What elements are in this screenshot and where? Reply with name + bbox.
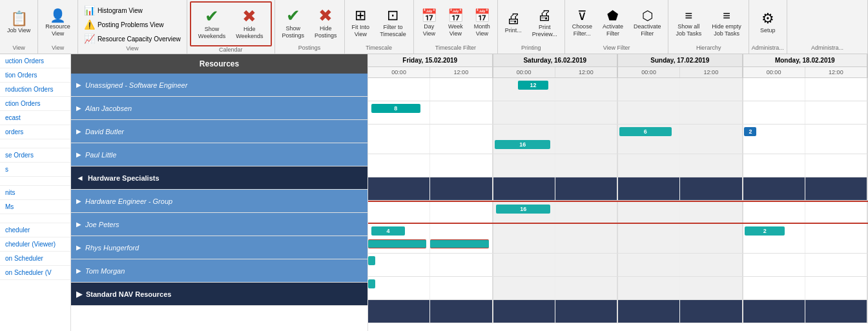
resource-row-joe-peters[interactable]: ▶ Joe Peters [71, 213, 367, 236]
sidebar-nav-item-tion-orders[interactable]: tion Orders [0, 68, 70, 83]
task-bar-unassigned-12: 12 [518, 81, 549, 90]
sidebar-nav-item-ecast[interactable]: ecast [0, 111, 70, 125]
sidebar-nav-item-ction-orders[interactable]: ction Orders [0, 97, 70, 111]
sidebar-nav-item-on-scheduler[interactable]: on Scheduler [0, 252, 70, 266]
high-resource-label: Administra... [811, 45, 843, 52]
activate-filter-button[interactable]: ⬟ ActivateFilter [598, 6, 628, 40]
print-preview-button[interactable]: 🖨 PrintPreview... [528, 6, 562, 41]
resource-row-david-butler[interactable]: ▶ David Butler [71, 120, 367, 143]
sidebar-nav-item-nits[interactable]: nits [0, 186, 70, 200]
gantt-cell-heg-mon [743, 202, 805, 223]
month-view-button[interactable]: 📅 MonthView [470, 6, 495, 40]
show-weekends-checkmark-icon: ✔ [205, 8, 219, 25]
gantt-cell-heg-mon-2 [805, 202, 868, 223]
resource-name-david-butler: David Butler [85, 128, 124, 135]
sidebar-nav-item-production-orders-1[interactable]: uction Orders [0, 54, 70, 68]
show-weekends-button[interactable]: ✔ ShowWeekends [194, 5, 230, 43]
setup-icon: ⚙ [761, 12, 774, 26]
sidebar-nav-item-s[interactable]: s [0, 163, 70, 177]
hide-weekends-button[interactable]: ✖ HideWeekends [231, 5, 267, 43]
job-view-button[interactable]: 📋 Job View [3, 9, 35, 37]
gantt-cell-hw-group-fri-2 [430, 177, 493, 200]
gantt-row-unassigned-sw: 12 [368, 78, 868, 101]
printing-group-label: Printing [521, 45, 541, 52]
resource-row-standard-nav[interactable]: ▶ Standard NAV Resources [71, 283, 367, 306]
task-bar-joe-fri-2-bottom [430, 239, 488, 248]
resource-capacity-button[interactable]: 📈 Resource Capacity Overview [81, 32, 184, 45]
task-bar-david-16: 16 [495, 140, 550, 149]
resource-row-unassigned-sw[interactable]: ▶ Unassigned - Software Engineer [71, 74, 367, 97]
timescale-group-label: Timescale [366, 45, 392, 52]
hide-postings-icon: ✖ [318, 7, 333, 24]
week-view-icon: 📅 [448, 9, 464, 22]
activate-filter-label: ActivateFilter [603, 23, 623, 37]
calendar-group-label: Calendar [219, 46, 243, 54]
gantt-cell-alan-sat [493, 101, 555, 124]
resource-row-hardware-engineer-group[interactable]: ▶ Hardware Engineer - Group [71, 190, 367, 213]
show-postings-button[interactable]: ✔ ShowPostings [278, 5, 309, 42]
resource-row-hardware-specialists[interactable]: ◄ Hardware Specialists [71, 166, 367, 190]
resource-name-tom-morgan: Tom Morgan [85, 267, 125, 275]
month-view-label: MonthView [474, 23, 490, 37]
sidebar-nav-item-ms[interactable]: Ms [0, 200, 70, 214]
sidebar-nav-item-orders[interactable]: orders [0, 125, 70, 139]
sidebar-nav-item-se-orders[interactable]: se Orders [0, 148, 70, 163]
resource-row-alan-jacobsen[interactable]: ▶ Alan Jacobsen [71, 97, 367, 120]
gantt-cell-hw-group-mon [743, 177, 805, 200]
print-button[interactable]: 🖨 Print... [501, 9, 526, 37]
sidebar-nav-item-scheduler[interactable]: cheduler [0, 223, 70, 237]
choose-filter-button[interactable]: ⊽ ChooseFilter... [568, 6, 597, 40]
gantt-cell-rhys-fri [368, 254, 430, 276]
week-view-button[interactable]: 📅 WeekView [443, 6, 468, 40]
resource-row-tom-morgan[interactable]: ▶ Tom Morgan [71, 259, 367, 283]
histogram-view-button[interactable]: 📊 Histogram View [81, 4, 184, 17]
toolbar-group-timescale: ⊞ Fit IntoView ⊡ Filter toTimescale Time… [345, 0, 414, 54]
main-content: uction Orders tion Orders roduction Orde… [0, 54, 868, 331]
posting-problems-button[interactable]: ⚠️ Posting Problems View [81, 18, 184, 31]
resource-view-button[interactable]: 👤 ResourceView [41, 6, 75, 40]
gantt-cell-rhys-fri-2 [430, 254, 493, 276]
task-bar-heg-16: 16 [496, 205, 550, 214]
day-view-label: DayView [423, 23, 435, 37]
gantt-cell-david-sat-2 [555, 125, 618, 154]
hide-postings-button[interactable]: ✖ HidePostings [310, 5, 342, 42]
resource-name-paul-little: Paul Little [85, 151, 116, 159]
gantt-cell-tom-sat [493, 277, 555, 299]
fit-into-view-button[interactable]: ⊞ Fit IntoView [347, 6, 375, 41]
choose-filter-label: ChooseFilter... [572, 23, 592, 37]
gantt-cell-hw-group-fri [368, 177, 430, 200]
setup-button[interactable]: ⚙ Setup [756, 9, 780, 37]
task-bar-joe-fri-bottom [368, 239, 426, 248]
gantt-cell-joe-sun-2 [680, 224, 743, 253]
choose-filter-icon: ⊽ [577, 9, 587, 22]
gantt-cell-joe-fri-2 [430, 224, 493, 253]
resources-header: Resources [71, 54, 367, 74]
gantt-cell-joe-mon-2 [805, 224, 868, 253]
deactivate-filter-button[interactable]: ⬡ DeactivateFilter [629, 6, 666, 40]
sidebar-nav-item-scheduler-viewer[interactable]: cheduler (Viewer) [0, 237, 70, 252]
resource-view-icon: 👤 [50, 9, 66, 22]
gantt-cell-heg-sat: 16 [493, 202, 555, 223]
sidebar-nav-item-on-scheduler-v[interactable]: on Scheduler (V [0, 266, 70, 280]
gantt-cell-david-sun: 6 [618, 125, 680, 154]
resource-name-unassigned-sw: Unassigned - Software Engineer [85, 81, 187, 89]
sidebar-nav-item-production-orders-3[interactable]: roduction Orders [0, 83, 70, 97]
resource-name-rhys-hungerford: Rhys Hungerford [85, 244, 139, 252]
filter-timescale-button[interactable]: ⊡ Filter toTimescale [375, 6, 411, 41]
hide-weekends-label: HideWeekends [236, 26, 263, 40]
gantt-cell-alan-mon [743, 101, 805, 124]
expand-arrow-rhys-hungerford: ▶ [76, 244, 81, 251]
hide-empty-job-tasks-button[interactable]: ≡ Hide emptyJob Tasks [707, 6, 746, 40]
deactivate-filter-label: DeactivateFilter [634, 23, 661, 37]
gantt-cell-std-mon-2 [805, 300, 868, 323]
gantt-time-fri-00: 00:00 [368, 67, 430, 77]
gantt-cell-joe-fri: 4 [368, 224, 430, 253]
hide-weekends-x-icon: ✖ [242, 8, 256, 25]
toolbar-group-resource-view: 👤 ResourceView View [38, 0, 78, 54]
fit-into-view-icon: ⊞ [355, 8, 366, 23]
resource-row-paul-little[interactable]: ▶ Paul Little [71, 143, 367, 166]
day-view-button[interactable]: 📅 DayView [417, 6, 442, 40]
show-all-job-tasks-button[interactable]: ≡ Show allJob Tasks [671, 6, 706, 40]
expand-arrow-paul-little: ▶ [76, 151, 81, 158]
resource-row-rhys-hungerford[interactable]: ▶ Rhys Hungerford [71, 236, 367, 259]
